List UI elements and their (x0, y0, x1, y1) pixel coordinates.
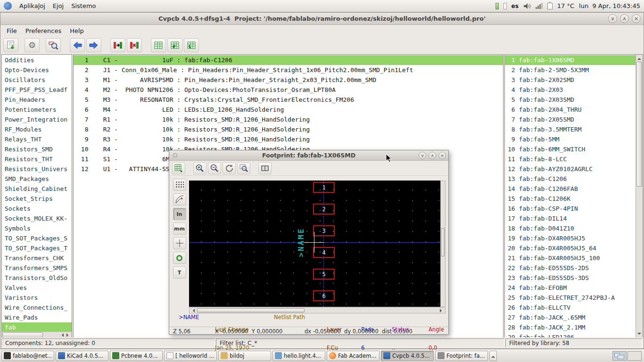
units-mm-button[interactable]: mm (173, 222, 186, 235)
shade-button[interactable]: ∨ (419, 152, 426, 159)
view-footprint-button[interactable] (46, 38, 61, 52)
footprint-item[interactable]: 9 fab:fab-5MM (505, 134, 636, 144)
menu-file[interactable]: File (2, 26, 21, 36)
volume-icon[interactable] (523, 3, 531, 9)
library-item[interactable]: PFF_PSF_PSS_Leadf (2, 85, 72, 95)
workspace-1[interactable] (612, 351, 627, 361)
scrollbar-thumb[interactable] (197, 308, 305, 313)
library-item[interactable]: SMD_Packages (2, 174, 72, 184)
component-row[interactable]: 2 J1 - Conn_01x06_Male : Pin_Headers:Pin… (74, 65, 503, 75)
footprint-item[interactable]: 4 fab:fab-2X03 (505, 85, 636, 95)
library-item[interactable]: Resistors_THT (2, 154, 72, 164)
component-row[interactable]: 4 M2 - PHOTO NPN1206 : Opto-Devices:Phot… (74, 85, 503, 95)
scroll-right-arrow[interactable] (65, 332, 72, 338)
footprint-canvas[interactable]: 123456 >NAME (189, 181, 440, 307)
footprint-item[interactable]: 21 fab:fab-DX4R005HJ5_100 (505, 253, 636, 263)
close-button[interactable]: × (438, 152, 446, 159)
component-row[interactable]: 7 R1 - 10k : Resistors_SMD:R_1206_HandSo… (74, 115, 503, 124)
zoom-out-button[interactable] (208, 162, 221, 174)
menu-system[interactable]: Sistemo (67, 1, 99, 10)
scroll-left-arrow[interactable] (58, 332, 65, 338)
keyboard-layout-indicator[interactable]: es (512, 3, 519, 9)
grid-toggle-button[interactable] (173, 179, 186, 191)
scroll-up-arrow[interactable] (636, 55, 643, 61)
previous-component-button[interactable] (70, 38, 85, 52)
library-item[interactable]: Oscillators (2, 75, 72, 85)
library-item[interactable]: Resistors_Univers (2, 164, 72, 174)
network-signal-icon[interactable] (536, 3, 543, 9)
auto-associate-button[interactable] (110, 38, 125, 52)
menu-help[interactable]: Help (66, 26, 88, 36)
scrollbar-thumb[interactable] (2, 332, 43, 338)
library-item[interactable]: TO_SOT_Packages_S (2, 233, 72, 243)
footprint-item[interactable]: 24 fab:fab-EFOBM (505, 283, 636, 293)
library-item[interactable]: Transistors_OldSo (2, 273, 72, 283)
library-item[interactable]: Resistors_SMD (2, 144, 72, 154)
component-row[interactable]: 1 C1 - 1uF : fab:fab-C1206 (74, 55, 503, 65)
zoom-in-button[interactable] (193, 162, 206, 174)
component-row[interactable]: 8 R2 - 10k : Resistors_SMD:R_1206_HandSo… (74, 124, 503, 134)
library-item[interactable]: Transformers_SMPS (2, 263, 72, 273)
footprint-item[interactable]: 14 fab:fab-C1206FAB (505, 184, 636, 194)
library-item[interactable]: TO_SOT_Packages_T (2, 243, 72, 253)
scrollbar-thumb[interactable] (441, 228, 445, 256)
config-button[interactable]: ⚙ (25, 38, 40, 52)
taskbar-item[interactable]: Pcbnew 4.0... (110, 351, 163, 361)
library-item[interactable]: fab (2, 322, 72, 331)
text-sketch-button[interactable]: T (173, 266, 186, 279)
component-row[interactable]: 3 M1 - AVRISPSMD : Pin_Headers:Pin_Heade… (74, 75, 503, 85)
redraw-button[interactable] (223, 162, 236, 174)
footprint-item[interactable]: 25 fab:fab-ELECTRET_2742PBJ-A (505, 293, 636, 303)
maximize-button[interactable]: ∧ (620, 14, 629, 23)
scroll-right-arrow[interactable] (438, 308, 445, 313)
footprint-item[interactable]: 11 fab:fab-8-LCC (505, 154, 636, 164)
footprint-item[interactable]: 27 fab:fab-JACK_.65MM (505, 313, 636, 322)
shade-button[interactable]: ∨ (608, 14, 617, 23)
filter-pincount-button[interactable]: # (167, 38, 182, 52)
close-button[interactable]: × (632, 14, 641, 23)
library-item[interactable]: Potentiometers (2, 105, 72, 115)
footprint-item[interactable]: 26 fab:fab-ELLCTV (505, 303, 636, 313)
footprint-item[interactable]: 6 fab:fab-2X04_THRU (505, 105, 636, 115)
library-item[interactable]: Oddities (2, 55, 72, 65)
clock[interactable]: lun 9 Apr, 10:43:45 (579, 2, 640, 9)
library-item[interactable]: Wire_Pads (2, 313, 72, 322)
pad-sketch-button[interactable] (173, 252, 186, 264)
filter-library-button[interactable]: L (184, 38, 199, 52)
library-item[interactable]: Valves (2, 283, 72, 293)
taskbar-item[interactable]: hello.light.4... (272, 351, 325, 361)
next-component-button[interactable] (86, 38, 101, 52)
footprint-item[interactable]: 2 fab:fab-2-SMD-5X3MM (505, 65, 636, 75)
library-item[interactable]: Varistors (2, 293, 72, 303)
library-item[interactable]: Socket_Strips (2, 194, 72, 204)
delete-associations-button[interactable] (127, 38, 142, 52)
footprint-item[interactable]: 5 fab:fab-2X03SMD (505, 95, 636, 105)
component-row[interactable]: 5 M3 - RESONATOR : Crystals:Crystal_SMD_… (74, 95, 503, 105)
footprint-item[interactable]: 18 fab:fab-D041Z10 (505, 223, 636, 233)
cvpcb-titlebar[interactable]: Cvpcb 4.0.5+dfsg1-4 Project: '/home/fabl… (0, 13, 644, 25)
library-item[interactable]: Sockets (2, 204, 72, 214)
menu-places[interactable]: Ejoj (49, 1, 67, 10)
cursor-shape-button[interactable] (173, 237, 186, 249)
library-item[interactable]: Shielding_Cabinet (2, 184, 72, 194)
library-item[interactable]: Symbols (2, 223, 72, 233)
component-row[interactable]: 9 R3 - 10k : Resistors_SMD:R_1206_HandSo… (74, 134, 503, 144)
menu-applications[interactable]: Aplikaĵoj (16, 1, 49, 10)
footprint-item[interactable]: 20 fab:fab-DX4R005HJ5_64 (505, 243, 636, 253)
3d-view-button[interactable] (258, 162, 272, 174)
footprint-vscrollbar[interactable] (636, 55, 643, 338)
library-item[interactable]: Power_Integration (2, 115, 72, 124)
footprint-item[interactable]: 13 fab:fab-C1206 (505, 174, 636, 184)
indicator-icon[interactable] (504, 3, 507, 9)
scroll-down-arrow[interactable] (636, 331, 643, 338)
footprint-item[interactable]: 28 fab:fab-JACK_2.1MM (505, 322, 636, 332)
footprint-item[interactable]: 16 fab:fab-CSP-4PIN (505, 204, 636, 214)
library-item[interactable]: RF_Modules (2, 124, 72, 134)
footprint-item[interactable]: 19 fab:fab-DX4R005HJ5 (505, 233, 636, 243)
clipboard-icon[interactable] (547, 3, 553, 9)
polar-coords-button[interactable] (173, 193, 186, 206)
footprint-item[interactable]: 15 fab:fab-C1206K (505, 194, 636, 204)
library-item[interactable]: Relays_THT (2, 134, 72, 144)
workspace-2[interactable] (627, 351, 642, 361)
component-row[interactable]: 6 M4 - LED : LEDs:LED_1206_HandSoldering (74, 105, 503, 115)
